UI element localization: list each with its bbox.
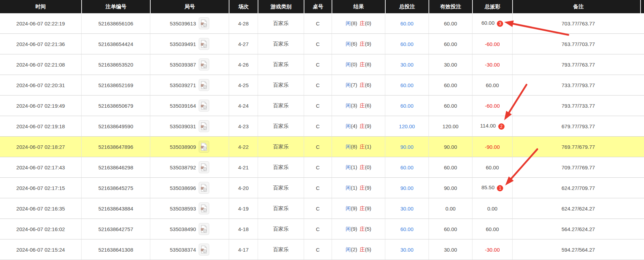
banker-result-score: (5) xyxy=(365,226,371,232)
video-file-icon xyxy=(200,40,207,48)
round-id-text: 535038792 xyxy=(170,165,196,170)
cell-valid-bet: 60.00 xyxy=(429,34,472,54)
video-replay-button[interactable] xyxy=(199,120,209,132)
banker-result-label: 庄 xyxy=(360,102,365,108)
round-id-group: 535038909 xyxy=(170,141,209,153)
cell-time: 2024-06-07 02:19:18 xyxy=(0,116,81,137)
cell-round-id: 535039031 xyxy=(150,116,229,137)
cell-session: 4-20 xyxy=(229,178,258,198)
payout-value: 114.00 xyxy=(480,123,496,129)
player-result-label: 闲 xyxy=(346,144,351,150)
banker-result-score: (0) xyxy=(365,20,371,26)
cell-payout: 85.501 xyxy=(472,178,512,198)
player-result-score: (8) xyxy=(351,144,357,150)
total-bet-link[interactable]: 60.00 xyxy=(400,82,414,88)
cell-bet-id: 521638649590 xyxy=(81,116,150,137)
video-replay-button[interactable] xyxy=(199,244,209,255)
total-bet-link[interactable]: 60.00 xyxy=(400,103,414,109)
video-replay-button[interactable] xyxy=(199,38,209,50)
cell-session: 4-22 xyxy=(229,137,258,157)
video-replay-button[interactable] xyxy=(199,182,209,194)
banker-result-label: 庄 xyxy=(360,164,365,170)
video-replay-button[interactable] xyxy=(199,79,209,91)
cell-time: 2024-06-07 02:17:43 xyxy=(0,157,81,178)
total-bet-link[interactable]: 30.00 xyxy=(400,247,414,253)
banker-result-score: (9) xyxy=(365,185,371,191)
video-replay-button[interactable] xyxy=(199,17,209,29)
column-header-valid_bet: 有效投注 xyxy=(429,0,472,13)
cell-bet-id: 521638650679 xyxy=(81,95,150,116)
cell-bet-id: 521638653520 xyxy=(81,54,150,75)
cell-table-no: C xyxy=(304,13,332,34)
cell-payout: -30.00 xyxy=(472,54,512,75)
player-result-score: (6) xyxy=(351,41,357,47)
table-row: 2024-06-07 02:20:31521638652169535039271… xyxy=(0,75,644,95)
cell-round-id: 535038374 xyxy=(150,239,229,260)
payout-value: -30.00 xyxy=(485,62,500,68)
video-replay-button[interactable] xyxy=(199,161,209,173)
cell-payout: 60.00 xyxy=(472,157,512,178)
round-id-text: 535039031 xyxy=(170,123,196,129)
total-bet-link[interactable]: 120.00 xyxy=(399,123,415,129)
banker-result-score: (9) xyxy=(365,41,371,47)
cell-result: 闲(1)庄(9) xyxy=(332,178,385,198)
cell-result: 闲(7)庄(6) xyxy=(332,75,385,95)
column-header-time: 时间 xyxy=(0,0,81,13)
cell-time: 2024-06-07 02:16:35 xyxy=(0,198,81,219)
cell-round-id: 535039271 xyxy=(150,75,229,95)
cell-result: 闲(9)庄(9) xyxy=(332,198,385,219)
banker-result-label: 庄 xyxy=(360,246,365,252)
cell-result: 闲(8)庄(0) xyxy=(332,13,385,34)
cell-table-no: C xyxy=(304,198,332,219)
player-result-score: (8) xyxy=(351,20,357,26)
table-row: 2024-06-07 02:16:02521638642757535038490… xyxy=(0,219,644,239)
cell-valid-bet: 120.00 xyxy=(429,116,472,137)
banker-result-score: (1) xyxy=(365,144,371,150)
cell-remark: 594.27/564.27 xyxy=(512,239,644,260)
total-bet-link[interactable]: 60.00 xyxy=(400,165,414,170)
round-id-group: 535038593 xyxy=(170,202,209,214)
round-id-group: 535038374 xyxy=(170,244,209,255)
video-replay-button[interactable] xyxy=(199,202,209,214)
banker-result-score: (5) xyxy=(365,246,371,252)
video-replay-button[interactable] xyxy=(199,223,209,235)
total-bet-link[interactable]: 90.00 xyxy=(400,144,414,150)
cell-valid-bet: 60.00 xyxy=(429,95,472,116)
cell-time: 2024-06-07 02:17:15 xyxy=(0,178,81,198)
video-replay-button[interactable] xyxy=(199,100,209,112)
cell-remark: 679.77/793.77 xyxy=(512,116,644,137)
cell-round-id: 535038909 xyxy=(150,137,229,157)
round-id-group: 535039271 xyxy=(170,79,209,91)
total-bet-link[interactable]: 30.00 xyxy=(400,206,414,212)
player-result-score: (9) xyxy=(351,226,357,232)
cell-bet-id: 521638641308 xyxy=(81,239,150,260)
cell-payout: -90.00 xyxy=(472,137,512,157)
total-bet-link[interactable]: 30.00 xyxy=(400,62,414,68)
total-bet-link[interactable]: 60.00 xyxy=(400,41,414,47)
cell-valid-bet: 90.00 xyxy=(429,178,472,198)
player-result-label: 闲 xyxy=(346,226,351,232)
player-result-label: 闲 xyxy=(346,123,351,129)
column-header-round_id: 局号 xyxy=(150,0,229,13)
table-row: 2024-06-07 02:22:19521638656106535039613… xyxy=(0,13,644,34)
cell-bet-id: 521638642757 xyxy=(81,219,150,239)
player-result-score: (2) xyxy=(351,246,357,252)
video-replay-button[interactable] xyxy=(199,141,209,153)
cell-remark: 769.77/679.77 xyxy=(512,137,644,157)
player-result-label: 闲 xyxy=(346,205,351,211)
payout-count-badge: 3 xyxy=(497,21,503,27)
cell-session: 4-26 xyxy=(229,54,258,75)
cell-bet-id: 521638656106 xyxy=(81,13,150,34)
cell-table-no: C xyxy=(304,116,332,137)
banker-result-label: 庄 xyxy=(360,205,365,211)
cell-payout: 60.00 xyxy=(472,75,512,95)
cell-game-type: 百家乐 xyxy=(258,13,304,34)
video-file-icon xyxy=(200,204,207,213)
video-replay-button[interactable] xyxy=(199,59,209,70)
total-bet-link[interactable]: 90.00 xyxy=(400,185,414,191)
total-bet-link[interactable]: 60.00 xyxy=(400,21,414,26)
total-bet-link[interactable]: 60.00 xyxy=(400,226,414,232)
cell-game-type: 百家乐 xyxy=(258,178,304,198)
cell-session: 4-17 xyxy=(229,239,258,260)
round-id-group: 535038792 xyxy=(170,161,209,173)
